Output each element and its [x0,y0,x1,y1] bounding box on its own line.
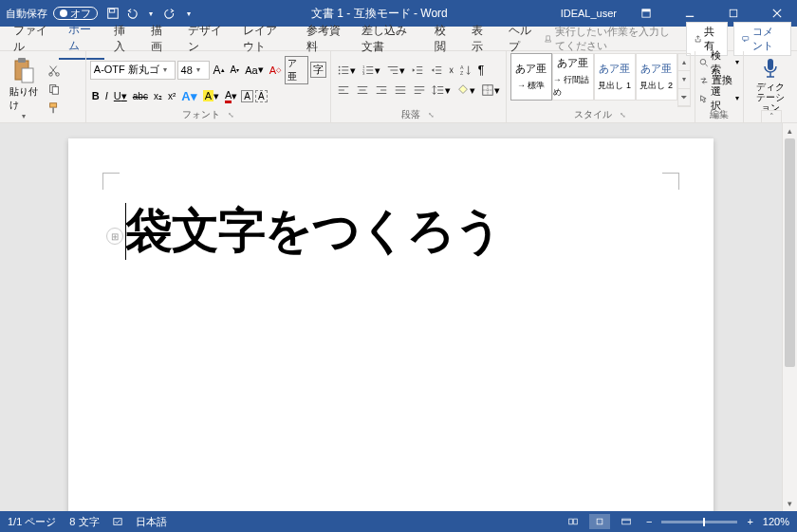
paragraph-group-label: 段落 [401,108,420,121]
zoom-slider[interactable] [661,521,737,523]
document-text[interactable]: 袋文字をつくろう [125,199,502,263]
svg-rect-3 [642,9,650,12]
strike-button[interactable]: abc [131,89,150,103]
shading-icon[interactable]: ▾ [454,82,477,99]
zoom-level[interactable]: 120% [763,516,789,527]
grow-font-icon[interactable]: A▴ [212,62,227,79]
change-case-icon[interactable]: Aa▾ [243,62,265,78]
style-gallery-scroll[interactable]: ▴▾⏷ [677,53,691,107]
decrease-indent-icon[interactable] [409,62,426,79]
italic-button[interactable]: I [103,88,110,103]
scroll-thumb[interactable] [785,138,795,367]
document-area: ˄ ⊞ 袋文字をつくろう ▴ ▾ [0,123,797,511]
distribute-icon[interactable] [411,82,428,99]
format-painter-icon[interactable] [46,100,63,117]
ribbon: 貼り付け ▾ クリップボード⤡ A-OTF 新丸ゴ▾ 48▾ A▴ A▾ Aa▾… [0,51,797,123]
shrink-font-icon[interactable]: A▾ [229,63,242,77]
svg-rect-70 [622,519,631,524]
justify-icon[interactable] [392,82,409,99]
paragraph-launcher-icon[interactable]: ⤡ [428,111,435,119]
style-heading1[interactable]: あア亜見出し 1 [594,53,636,101]
styles-launcher-icon[interactable]: ⤡ [620,111,626,119]
svg-rect-5 [730,9,737,17]
underline-button[interactable]: U▾ [112,88,129,104]
svg-rect-17 [50,102,57,106]
font-name-select[interactable]: A-OTF 新丸ゴ▾ [90,61,176,80]
superscript-button[interactable]: x² [166,89,177,103]
status-bar: 1/1 ページ 8 文字 日本語 − + 120% [0,511,797,532]
user-name[interactable]: IDEAL_user [561,8,617,19]
line-spacing-icon[interactable]: ▾ [430,82,453,99]
group-paragraph: ▾ 123▾ ▾ ☓ AZ ¶ ▾ ▾ ▾ 段落⤡ [331,51,507,122]
svg-text:Z: Z [460,70,464,76]
sort-icon[interactable]: AZ [457,62,474,79]
bullets-icon[interactable]: ▾ [335,62,358,79]
print-layout-icon[interactable] [589,514,610,529]
svg-point-21 [338,69,340,71]
font-launcher-icon[interactable]: ⤡ [228,111,234,119]
increase-indent-icon[interactable] [428,62,445,79]
show-marks-icon[interactable]: ¶ [476,62,486,79]
clear-format-icon[interactable]: A◇ [268,63,283,78]
align-left-icon[interactable] [335,82,352,99]
svg-point-63 [700,59,706,64]
group-editing: 検索▾ 置換 選択▾ 編集 [695,51,744,122]
ribbon-tabs: ファイル ホーム 挿入 描画 デザイン レイアウト 参考資料 差し込み文書 校閲… [0,27,797,51]
page-indicator[interactable]: 1/1 ページ [8,515,56,529]
cut-icon[interactable] [46,62,63,79]
font-size-select[interactable]: 48▾ [177,61,210,80]
text-effects-icon[interactable]: A▾ [179,87,198,105]
web-layout-icon[interactable] [616,514,637,529]
margin-corner-tl [102,173,120,190]
style-normal[interactable]: あア亜→ 標準 [510,53,552,101]
style-heading2[interactable]: あア亜見出し 2 [636,53,677,101]
margin-corner-tr [662,173,679,190]
borders-icon[interactable]: ▾ [479,82,502,99]
svg-rect-9 [743,36,749,40]
align-center-icon[interactable] [354,82,371,99]
svg-rect-67 [569,519,573,524]
char-border-icon[interactable]: A [255,90,268,102]
editing-group-label: 編集 [710,108,729,121]
language-indicator[interactable]: 日本語 [136,515,167,529]
copy-icon[interactable] [46,81,63,98]
bold-button[interactable]: B [90,88,102,103]
group-styles: あア亜→ 標準 あア亜→ 行間詰め あア亜見出し 1 あア亜見出し 2 ▴▾⏷ … [507,51,695,122]
paste-button[interactable]: 貼り付け ▾ [4,53,44,124]
svg-rect-16 [52,86,58,94]
phonetic-icon[interactable]: ア亜 [285,56,308,84]
zoom-in-icon[interactable]: + [743,516,756,527]
svg-rect-65 [768,59,773,70]
svg-rect-69 [597,519,602,524]
scroll-up-icon[interactable]: ▴ [783,123,797,138]
highlight-icon[interactable]: A▾ [201,88,221,104]
text-direction-icon[interactable]: ☓ [447,64,455,78]
style-no-spacing[interactable]: あア亜→ 行間詰め [552,53,594,101]
zoom-out-icon[interactable]: − [642,516,656,527]
svg-text:A: A [460,64,464,70]
word-count[interactable]: 8 文字 [69,515,99,529]
svg-line-64 [705,64,707,65]
vertical-scrollbar[interactable]: ▴ ▾ [782,123,797,511]
svg-rect-11 [18,58,26,63]
enclose-char-icon[interactable]: 字 [310,62,326,78]
svg-point-19 [338,66,340,68]
svg-rect-18 [52,107,54,113]
font-color-icon[interactable]: A▾ [223,87,239,105]
find-button[interactable]: 検索▾ [699,54,739,71]
char-shading-icon[interactable]: A [241,90,253,102]
styles-group-label: スタイル [574,108,612,121]
numbering-icon[interactable]: 123▾ [360,62,382,79]
tell-me-search[interactable]: 実行したい作業を入力してください [545,25,680,53]
spell-check-icon[interactable] [113,517,122,526]
multilevel-icon[interactable]: ▾ [384,62,407,79]
subscript-button[interactable]: x₂ [152,89,164,103]
document-page[interactable]: ⊞ 袋文字をつくろう [68,138,714,511]
layout-options-icon[interactable]: ⊞ [106,228,123,245]
select-button[interactable]: 選択▾ [699,90,739,107]
svg-text:3: 3 [362,71,365,76]
align-right-icon[interactable] [373,82,390,99]
collapse-ribbon-icon[interactable]: ˄ [761,110,782,123]
read-mode-icon[interactable] [563,514,584,529]
scroll-down-icon[interactable]: ▾ [783,496,797,511]
